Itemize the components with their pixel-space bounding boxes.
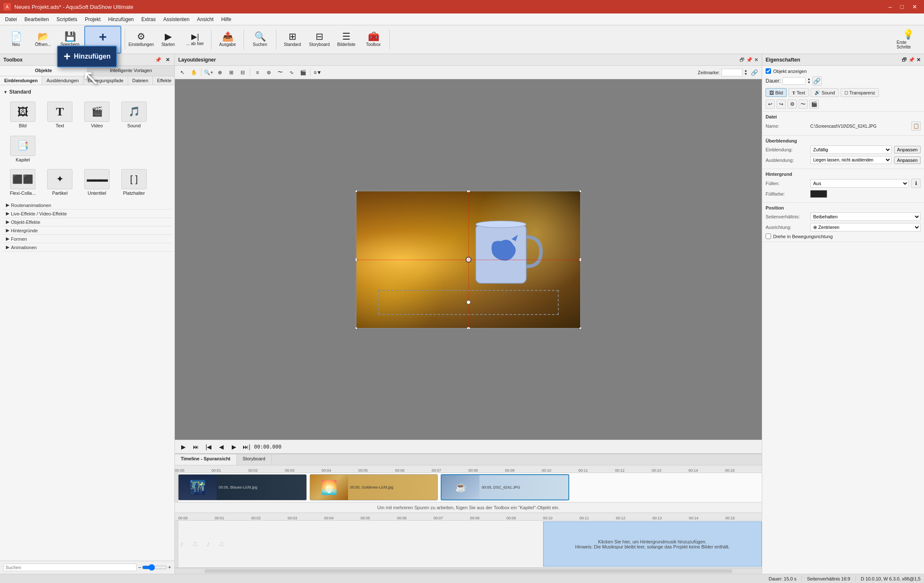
handle-center[interactable] <box>466 257 471 263</box>
action-settings[interactable]: ⚙ <box>787 99 797 109</box>
fuellen-info[interactable]: ℹ <box>911 179 921 188</box>
toolbar-erste-schritte[interactable]: 💡 Erste Schritte <box>895 27 921 52</box>
toolbar-oeffnen[interactable]: 📂 Öffnen... <box>30 27 56 52</box>
toolbar-neu[interactable]: 📄 Neu <box>3 27 29 52</box>
ausblendung-anpassen[interactable]: Anpassen <box>894 156 921 164</box>
lt-zoom-fit[interactable]: ⊞ <box>226 68 236 77</box>
section-hintergruende[interactable]: ▶ Hintergründe <box>3 226 172 235</box>
audio-bg-area[interactable]: Klicken Sie hier, um Hintergrundmusik hi… <box>543 521 762 567</box>
prev-btn[interactable]: ◀ <box>216 442 226 452</box>
dauer-stepper[interactable]: ▲ ▼ <box>807 78 811 84</box>
canvas-image[interactable] <box>356 191 581 329</box>
inner-handle-center[interactable] <box>466 300 471 304</box>
next-btn[interactable]: ⏭ <box>191 442 201 452</box>
toolbar-ab-hier[interactable]: ▶| ... ab hier <box>182 27 208 52</box>
lt-zoom-in[interactable]: 🔍+ <box>204 68 214 77</box>
lt-grid[interactable]: ⊟ <box>238 68 248 77</box>
fuellen-select[interactable]: Aus <box>810 179 909 188</box>
lt-align[interactable]: ≡ <box>252 68 262 77</box>
layout-restore[interactable]: 🗗 <box>739 57 745 63</box>
lt-zoom-reset[interactable]: ⊕ <box>215 68 225 77</box>
obj-flexi-colla[interactable]: ⬛⬛ Flexi-Colla... <box>6 167 40 198</box>
zoom-slider[interactable] <box>142 563 167 572</box>
handle-br[interactable] <box>579 327 581 329</box>
subtab-einblendungen[interactable]: Einblendungen <box>0 76 42 85</box>
toolbox-pin[interactable]: 📌 <box>154 57 163 63</box>
obj-video[interactable]: 🎬 Video <box>80 99 114 130</box>
section-animationen[interactable]: ▶ Animationen <box>3 243 172 252</box>
section-objekt-effekte[interactable]: ▶ Objekt-Effekte <box>3 218 172 226</box>
ausblendung-select[interactable]: Liegen lassen, nicht ausblenden <box>810 156 892 164</box>
obj-partikel[interactable]: ✦ Partikel <box>43 167 77 198</box>
lt-move[interactable]: ✋ <box>189 68 199 77</box>
lt-link[interactable]: 🔗 <box>749 68 759 77</box>
toolbar-bilderliste[interactable]: ☰ Bilderliste <box>334 27 359 52</box>
close-button[interactable]: ✕ <box>909 3 921 11</box>
menu-hilfe[interactable]: Hilfe <box>218 15 235 24</box>
last-btn[interactable]: ⏭| <box>241 442 252 452</box>
menu-extras[interactable]: Extras <box>138 15 159 24</box>
first-btn[interactable]: |◀ <box>204 442 214 452</box>
lt-curve[interactable]: ∿ <box>287 68 297 77</box>
menu-projekt[interactable]: Projekt <box>81 15 104 24</box>
section-live-effekte[interactable]: ▶ Live-Effekte / Video-Effekte <box>3 210 172 218</box>
menu-datei[interactable]: Datei <box>2 15 20 24</box>
maximize-button[interactable]: □ <box>897 3 907 11</box>
toolbar-standard[interactable]: ⊞ Standard <box>280 27 305 52</box>
toolbar-starten[interactable]: ▶ Starten <box>155 27 181 52</box>
toolbar-toolbox[interactable]: 🧰 Toolbox <box>361 27 386 52</box>
toolbar-ausgabe[interactable]: 📤 Ausgabe <box>215 27 240 52</box>
obj-bild[interactable]: 🖼 Bild <box>6 99 40 130</box>
prop-tab-sound[interactable]: 🔊 Sound <box>811 88 839 97</box>
lt-more[interactable]: ≡▼ <box>313 68 323 77</box>
seitenverhaeltnis-select[interactable]: Beibehalten <box>810 212 921 221</box>
zeitmarke-input[interactable]: 0 s <box>721 69 742 76</box>
obj-untertitel[interactable]: ▬▬▬ Untertitel <box>80 167 114 198</box>
obj-text[interactable]: T Text <box>43 99 77 130</box>
einblendung-select[interactable]: Zufällig <box>810 145 892 154</box>
menu-ansicht[interactable]: Ansicht <box>194 15 217 24</box>
handle-bottom[interactable] <box>466 327 471 329</box>
obj-platzhalter[interactable]: [ ] Platzhalter <box>117 167 151 198</box>
toolbar-einstellungen[interactable]: ⚙ Einstellungen <box>129 27 154 52</box>
timeline-scrollbar[interactable] <box>175 568 762 574</box>
lt-video[interactable]: 🎬 <box>298 68 308 77</box>
prop-tab-text[interactable]: T Text <box>788 88 809 97</box>
menu-assistenten[interactable]: Assistenten <box>160 15 193 24</box>
lt-distribute[interactable]: ⊛ <box>264 68 274 77</box>
zoom-out-btn[interactable]: – <box>138 564 141 570</box>
drehung-checkbox[interactable] <box>766 234 771 239</box>
toolbar-suchen[interactable]: 🔍 Suchen <box>247 27 273 52</box>
action-path[interactable]: 〜 <box>798 99 808 109</box>
subtab-dateien[interactable]: Dateien <box>128 76 153 85</box>
prop-restore[interactable]: 🗗 <box>902 57 907 63</box>
play-btn[interactable]: ▶ <box>178 442 188 452</box>
subtab-ausblendungen[interactable]: Ausblendungen <box>42 76 83 85</box>
clip-dsc6241[interactable]: ☕ 00:05, DSC_6241.JPG <box>441 474 569 500</box>
next2-btn[interactable]: ▶ <box>229 442 239 452</box>
fuellfarbe-swatch[interactable] <box>810 190 827 198</box>
section-formen[interactable]: ▶ Formen <box>3 235 172 243</box>
tab-storyboard[interactable]: Storyboard <box>237 454 272 465</box>
audio-track[interactable]: Klicken Sie hier, um Hintergrundmusik hi… <box>175 521 762 568</box>
action-video[interactable]: 🎬 <box>809 99 819 109</box>
prop-close[interactable]: ✕ <box>916 57 921 63</box>
lt-path[interactable]: 〜 <box>275 68 285 77</box>
toolbar-storyboard[interactable]: ⊟ Storyboard <box>307 27 332 52</box>
layout-pin[interactable]: 📌 <box>746 57 753 63</box>
layout-close[interactable]: ✕ <box>754 57 758 63</box>
menu-scriptlets[interactable]: Scriptlets <box>53 15 80 24</box>
menu-hinzufuegen[interactable]: Hinzufügen <box>105 15 137 24</box>
section-routenanimationen[interactable]: ▶ Routenanimationen <box>3 201 172 210</box>
handle-right[interactable] <box>579 258 581 262</box>
section-standard[interactable]: ▼ Standard <box>3 88 172 96</box>
title-controls[interactable]: – □ ✕ <box>885 3 921 11</box>
obj-sound[interactable]: 🎵 Sound <box>117 99 151 130</box>
zoom-in-btn[interactable]: + <box>168 564 171 570</box>
einblendung-anpassen[interactable]: Anpassen <box>894 146 921 153</box>
toolbox-close[interactable]: ✕ <box>164 57 171 63</box>
prop-pin[interactable]: 📌 <box>908 57 915 63</box>
ausrichtung-select[interactable]: ⊕ Zentrieren <box>810 223 921 231</box>
clip-goldenes-licht[interactable]: 🌅 00:05, Goldenes-Licht.jpg <box>310 474 438 500</box>
datei-copy-btn[interactable]: 📋 <box>911 121 921 131</box>
